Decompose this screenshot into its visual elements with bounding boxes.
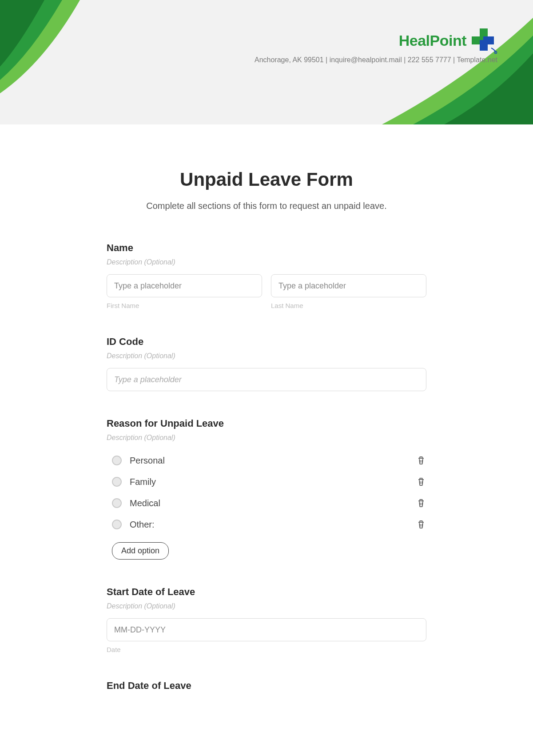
section-start-date: Start Date of Leave Description (Optiona… bbox=[107, 586, 426, 653]
end-date-label: End Date of Leave bbox=[107, 680, 426, 692]
trash-icon[interactable] bbox=[416, 476, 426, 487]
trash-icon[interactable] bbox=[416, 455, 426, 466]
page-header: HealPoint Anchorage, AK 99501 | inquire@… bbox=[0, 0, 533, 124]
section-id-code: ID Code Description (Optional) bbox=[107, 336, 426, 391]
start-date-label: Start Date of Leave bbox=[107, 586, 426, 598]
id-code-input[interactable] bbox=[107, 368, 426, 391]
svg-rect-3 bbox=[480, 40, 488, 51]
reason-options: Personal Family Medical Other: bbox=[107, 450, 426, 535]
reason-option[interactable]: Family bbox=[107, 471, 426, 492]
last-name-input[interactable] bbox=[271, 274, 426, 297]
reason-desc: Description (Optional) bbox=[107, 434, 426, 442]
add-option-button[interactable]: Add option bbox=[112, 542, 169, 560]
trash-icon[interactable] bbox=[416, 498, 426, 508]
reason-option-label: Personal bbox=[130, 456, 416, 466]
start-date-sublabel: Date bbox=[107, 646, 426, 653]
brand-block: HealPoint Anchorage, AK 99501 | inquire@… bbox=[255, 27, 497, 64]
id-code-desc: Description (Optional) bbox=[107, 352, 426, 360]
reason-option-label: Family bbox=[130, 477, 416, 487]
trash-icon[interactable] bbox=[416, 519, 426, 530]
reason-option[interactable]: Medical bbox=[107, 492, 426, 514]
radio-icon bbox=[112, 477, 122, 487]
last-name-sublabel: Last Name bbox=[271, 302, 426, 309]
reason-label: Reason for Unpaid Leave bbox=[107, 418, 426, 429]
brand-name: HealPoint bbox=[399, 32, 466, 49]
start-date-desc: Description (Optional) bbox=[107, 602, 426, 610]
form-container: Unpaid Leave Form Complete all sections … bbox=[67, 124, 466, 714]
medical-cross-icon bbox=[470, 27, 497, 54]
id-code-label: ID Code bbox=[107, 336, 426, 348]
name-desc: Description (Optional) bbox=[107, 258, 426, 266]
radio-icon bbox=[112, 498, 122, 508]
reason-option-label: Other: bbox=[130, 520, 416, 530]
start-date-input[interactable] bbox=[107, 618, 426, 641]
form-subtitle: Complete all sections of this form to re… bbox=[107, 201, 426, 211]
first-name-sublabel: First Name bbox=[107, 302, 262, 309]
first-name-input[interactable] bbox=[107, 274, 262, 297]
radio-icon bbox=[112, 520, 122, 529]
header-swoosh-left bbox=[0, 0, 178, 124]
reason-option[interactable]: Personal bbox=[107, 450, 426, 471]
reason-option[interactable]: Other: bbox=[107, 514, 426, 535]
section-reason: Reason for Unpaid Leave Description (Opt… bbox=[107, 418, 426, 560]
reason-option-label: Medical bbox=[130, 498, 416, 508]
form-title: Unpaid Leave Form bbox=[107, 169, 426, 190]
radio-icon bbox=[112, 456, 122, 465]
section-name: Name Description (Optional) First Name L… bbox=[107, 242, 426, 309]
contact-line: Anchorage, AK 99501 | inquire@healpoint.… bbox=[255, 56, 497, 64]
name-label: Name bbox=[107, 242, 426, 254]
section-end-date: End Date of Leave bbox=[107, 680, 426, 692]
